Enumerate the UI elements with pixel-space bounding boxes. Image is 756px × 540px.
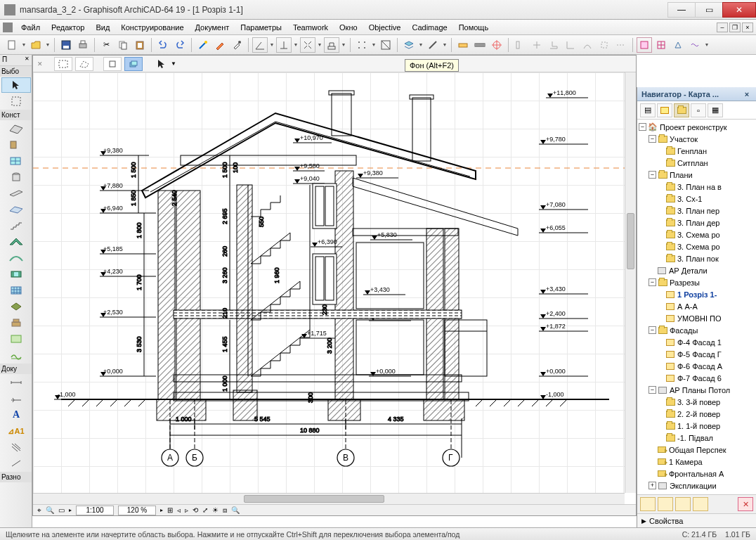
menu-window[interactable]: Окно (334, 22, 363, 33)
line-tool[interactable] (1, 456, 31, 471)
mesh-tool[interactable] (1, 347, 31, 363)
menu-objective[interactable]: Objective (363, 22, 407, 33)
menu-teamwork[interactable]: Teamwork (287, 22, 334, 33)
grid-dd[interactable]: ▼ (317, 37, 322, 53)
t1-button[interactable] (512, 37, 528, 53)
b-nav2[interactable]: ◃ (177, 506, 181, 514)
new-dd[interactable]: ▼ (21, 37, 27, 53)
snap-button[interactable] (324, 37, 339, 53)
navigator-close[interactable]: × (742, 90, 752, 98)
object-tool[interactable] (1, 315, 31, 330)
copy-button[interactable] (115, 37, 131, 53)
p2-button[interactable] (653, 37, 669, 53)
properties-toggle[interactable]: ▶Свойства (637, 513, 756, 527)
wand-button[interactable] (195, 37, 211, 53)
b-nav3[interactable]: ▹ (185, 506, 188, 514)
pen-button[interactable] (212, 37, 228, 53)
dim-tool[interactable] (1, 375, 31, 390)
angle1-button[interactable] (252, 37, 268, 53)
p3-button[interactable] (670, 37, 686, 53)
menu-file[interactable]: Файл (15, 22, 46, 33)
scale-input[interactable] (76, 506, 114, 515)
nav-tab-2[interactable] (657, 103, 672, 117)
menu-help[interactable]: Помощь (453, 22, 495, 33)
column-tool[interactable] (1, 169, 31, 185)
nav-tab-5[interactable]: ▦ (708, 103, 723, 117)
nf-4[interactable] (693, 497, 708, 511)
t4-button[interactable] (563, 37, 578, 53)
arrow-tool[interactable] (1, 77, 31, 93)
t7-button[interactable] (613, 37, 629, 53)
angle1-dd[interactable]: ▼ (269, 37, 275, 53)
line-dd[interactable]: ▼ (442, 37, 448, 53)
b-nav7[interactable]: ⧈ (223, 506, 227, 515)
line-button[interactable] (425, 37, 441, 53)
wall-tool[interactable] (1, 121, 31, 136)
open-dd[interactable]: ▼ (45, 37, 51, 53)
grid-button[interactable] (300, 37, 315, 53)
t6-button[interactable] (597, 37, 612, 53)
label-tool[interactable]: ⊿A1 (1, 423, 31, 439)
paste-button[interactable] (132, 37, 148, 53)
b-nav5[interactable]: ⤢ (202, 506, 208, 514)
ruler-button[interactable] (455, 37, 471, 53)
crosshair-button[interactable] (489, 37, 504, 53)
b-nav4[interactable]: ⟲ (193, 506, 198, 514)
stair-tool[interactable] (1, 218, 31, 233)
q-poly[interactable] (75, 57, 93, 71)
open-button[interactable] (28, 37, 44, 53)
skylight-tool[interactable] (1, 266, 31, 282)
q-single[interactable] (103, 57, 122, 71)
measure-button[interactable] (472, 37, 488, 53)
zoom-input[interactable] (118, 506, 156, 515)
level-tool[interactable] (1, 391, 31, 406)
marquee-tool[interactable] (1, 94, 31, 109)
print-button[interactable] (75, 37, 91, 53)
b-nav1[interactable]: ⊞ (167, 506, 173, 514)
nav-tab-1[interactable]: ▤ (640, 103, 656, 117)
layers-button[interactable] (401, 37, 417, 53)
undo-button[interactable] (155, 37, 171, 53)
vertical-scrollbar[interactable] (625, 72, 636, 493)
lp-tab1[interactable]: П (2, 56, 7, 65)
zone-tool[interactable] (1, 331, 31, 347)
eyedropper-button[interactable] (229, 37, 245, 53)
perp-button[interactable] (276, 37, 292, 53)
b-nav8[interactable]: 🔍 (231, 506, 240, 514)
q-rect[interactable] (54, 57, 72, 71)
door-tool[interactable] (1, 137, 31, 153)
roof-tool[interactable] (1, 234, 31, 250)
shell-tool[interactable] (1, 250, 31, 266)
cut-button[interactable]: ✂ (98, 37, 114, 53)
mdi-restore[interactable]: ❐ (729, 22, 741, 32)
menu-view[interactable]: Вид (90, 22, 115, 33)
b-ico3[interactable]: ▭ (58, 506, 65, 514)
half-button[interactable] (378, 37, 393, 53)
curtain-tool[interactable] (1, 283, 31, 298)
nf-2[interactable] (658, 497, 673, 511)
minimize-button[interactable]: — (667, 2, 696, 18)
t5-button[interactable] (580, 37, 595, 53)
nf-1[interactable] (640, 497, 656, 511)
q-layers[interactable] (124, 57, 143, 71)
nav-tab-4[interactable]: ▫ (691, 103, 706, 117)
menu-cadimage[interactable]: Cadimage (406, 22, 452, 33)
fill-tool[interactable] (1, 439, 31, 455)
dots-button[interactable] (354, 37, 370, 53)
nf-3[interactable] (675, 497, 691, 511)
menu-construct[interactable]: Конструирование (115, 22, 189, 33)
mdi-close[interactable]: × (742, 22, 753, 32)
t2-button[interactable] (529, 37, 545, 53)
redo-button[interactable] (172, 37, 188, 53)
quickrow-close[interactable]: ✕ (37, 60, 43, 68)
close-button[interactable]: ✕ (722, 2, 756, 18)
morph-tool[interactable] (1, 299, 31, 314)
tree-sel[interactable]: 1 Розріз 1- (677, 290, 717, 299)
text-tool[interactable]: A (1, 407, 31, 423)
maximize-button[interactable]: ▭ (695, 2, 723, 18)
perp-dd[interactable]: ▼ (293, 37, 299, 53)
b-ico2[interactable]: 🔍 (46, 506, 54, 514)
horizontal-scrollbar[interactable] (33, 493, 625, 504)
nf-del[interactable]: ✕ (738, 497, 753, 511)
window-tool[interactable] (1, 153, 31, 169)
